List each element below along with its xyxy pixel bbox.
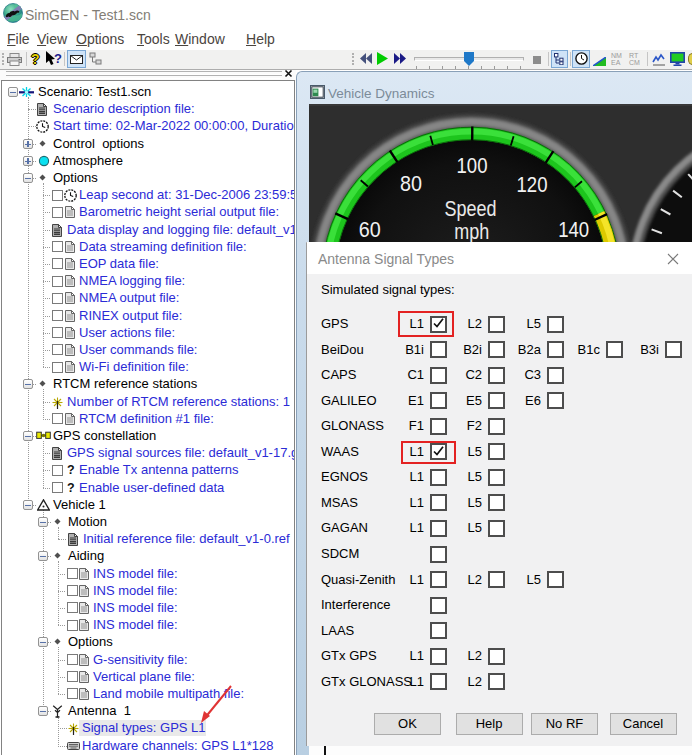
svg-text:60: 60: [359, 217, 381, 242]
svg-text:140: 140: [558, 217, 589, 242]
svg-text:80: 80: [400, 171, 422, 196]
svg-text:100: 100: [457, 153, 488, 178]
svg-text:120: 120: [517, 172, 548, 197]
svg-text:mph: mph: [454, 219, 489, 244]
svg-text:Speed: Speed: [445, 196, 497, 221]
